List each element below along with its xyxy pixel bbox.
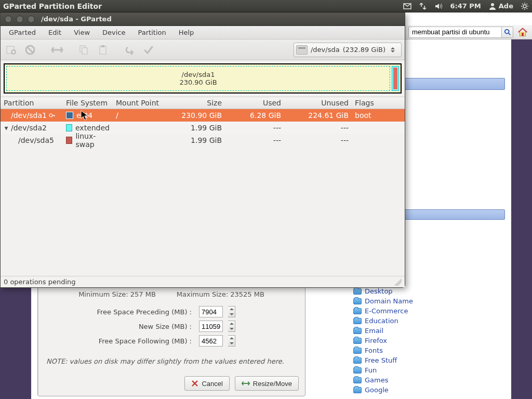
menu-help[interactable]: Help <box>174 26 200 38</box>
expand-icon[interactable]: ▾ <box>4 124 9 132</box>
resize-move-button[interactable]: Resize/Move <box>235 376 299 391</box>
status-text: 0 operations pending <box>4 278 76 286</box>
menu-gparted[interactable]: GParted <box>4 26 41 38</box>
indicator-area: 6:47 PM Ade <box>403 2 529 10</box>
device-selector[interactable]: /dev/sda (232.89 GiB) <box>294 43 402 57</box>
list-item[interactable]: Domain Name <box>353 296 503 306</box>
spinner[interactable] <box>228 306 235 317</box>
table-row[interactable]: ▾/dev/sda2 extended 1.99 GiB --- --- <box>1 122 405 134</box>
list-item[interactable]: Email <box>353 326 503 336</box>
max-size-label: Maximum Size: 23525 MB <box>177 290 264 298</box>
search-input[interactable] <box>408 26 502 38</box>
device-name: /dev/sda <box>311 46 340 54</box>
resize-icon[interactable] <box>49 42 65 58</box>
list-item[interactable]: Firefox <box>353 336 503 345</box>
menubar: GParted Edit View Device Partition Help <box>1 26 405 39</box>
list-item[interactable]: Fun <box>353 365 503 375</box>
list-item[interactable]: Games <box>353 375 503 385</box>
folder-icon <box>353 288 362 295</box>
new-partition-icon[interactable] <box>4 42 19 58</box>
network-icon[interactable] <box>419 2 427 10</box>
new-size-input[interactable] <box>199 321 223 332</box>
col-unused[interactable]: Unused <box>284 97 352 109</box>
folder-icon <box>353 367 362 374</box>
window-maximize-icon[interactable] <box>28 16 35 23</box>
dialog-note: NOTE: values on disk may differ slightly… <box>38 348 305 365</box>
chevron-spinner-icon <box>391 44 398 56</box>
folder-icon <box>353 377 362 383</box>
volume-icon[interactable] <box>434 2 443 10</box>
folder-icon <box>353 318 362 324</box>
lock-icon <box>49 112 55 118</box>
table-row[interactable]: /dev/sda1 ext4 / 230.90 GiB 6.28 GiB 224… <box>1 109 405 122</box>
disk-graphic-swap[interactable] <box>393 68 397 89</box>
free-preceding-input[interactable] <box>199 306 223 317</box>
menu-device[interactable]: Device <box>97 26 130 38</box>
folder-icon <box>353 387 362 393</box>
sidebar-list: Desktop Domain Name E-Commerce Education… <box>351 286 505 395</box>
svg-rect-4 <box>522 32 524 35</box>
hard-disk-icon <box>296 45 308 55</box>
free-following-label: Free Space Following (MB) : <box>38 337 194 345</box>
menu-edit[interactable]: Edit <box>43 26 66 38</box>
free-following-input[interactable] <box>199 335 223 347</box>
svg-rect-9 <box>82 48 87 54</box>
global-menubar: GParted Partition Editor 6:47 PM Ade <box>0 0 532 12</box>
window-titlebar[interactable]: /dev/sda - GParted <box>1 12 405 26</box>
free-preceding-label: Free Space Preceding (MB) : <box>38 308 194 316</box>
list-item[interactable]: E-Commerce <box>353 306 503 316</box>
folder-icon <box>353 348 362 354</box>
undo-icon[interactable] <box>122 42 138 58</box>
home-icon[interactable] <box>516 26 529 38</box>
window-close-icon[interactable] <box>5 16 12 23</box>
system-gear-icon[interactable] <box>521 2 529 10</box>
user-name: Ade <box>499 2 513 10</box>
partition-table: Partition File System Mount Point Size U… <box>1 97 405 276</box>
disk-graphic[interactable]: /dev/sda1 230.90 GiB <box>4 63 402 94</box>
menu-view[interactable]: View <box>69 26 95 38</box>
copy-icon[interactable] <box>76 42 92 58</box>
disk-graphic-label: /dev/sda1 <box>182 71 215 78</box>
window-title: /dev/sda - GParted <box>41 15 112 23</box>
disk-graphic-extended[interactable] <box>392 66 399 91</box>
folder-icon <box>353 298 362 304</box>
delete-icon[interactable] <box>22 42 38 58</box>
spinner[interactable] <box>228 335 235 347</box>
col-filesystem[interactable]: File System <box>63 97 113 109</box>
table-row[interactable]: /dev/sda5 linux-swap 1.99 GiB --- --- <box>1 134 405 147</box>
disk-graphic-primary[interactable]: /dev/sda1 230.90 GiB <box>6 66 390 91</box>
list-item[interactable]: Google <box>353 385 503 395</box>
list-item[interactable]: Free Stuff <box>353 355 503 365</box>
col-size[interactable]: Size <box>165 97 225 109</box>
toolbar: /dev/sda (232.89 GiB) <box>1 39 405 60</box>
resize-grip-icon[interactable] <box>394 278 402 286</box>
mail-icon[interactable] <box>403 2 411 10</box>
col-mountpoint[interactable]: Mount Point <box>113 97 165 109</box>
gparted-window: /dev/sda - GParted GParted Edit View Dev… <box>0 12 405 288</box>
fs-icon <box>66 137 72 144</box>
user-menu[interactable]: Ade <box>488 2 513 10</box>
svg-point-12 <box>49 114 52 117</box>
window-minimize-icon[interactable] <box>16 16 23 23</box>
col-partition[interactable]: Partition <box>1 97 63 109</box>
svg-rect-10 <box>100 46 106 54</box>
disk-graphic-size: 230.90 GiB <box>179 78 217 86</box>
paste-icon[interactable] <box>95 42 111 58</box>
spinner[interactable] <box>228 321 235 332</box>
cancel-button[interactable]: Cancel <box>184 376 229 391</box>
clock[interactable]: 6:47 PM <box>450 2 481 10</box>
folder-icon <box>353 308 362 314</box>
fs-icon <box>66 112 73 119</box>
list-item[interactable]: Fonts <box>353 345 503 355</box>
apply-icon[interactable] <box>141 42 156 58</box>
col-used[interactable]: Used <box>225 97 284 109</box>
search-button[interactable] <box>502 26 513 38</box>
svg-rect-11 <box>101 45 104 47</box>
new-size-label: New Size (MB) : <box>38 323 194 330</box>
menu-partition[interactable]: Partition <box>133 26 171 38</box>
table-header[interactable]: Partition File System Mount Point Size U… <box>1 97 405 109</box>
list-item[interactable]: Education <box>353 316 503 326</box>
col-flags[interactable]: Flags <box>352 97 405 109</box>
min-size-label: Minimum Size: 257 MB <box>78 290 156 298</box>
device-size: (232.89 GiB) <box>343 46 385 54</box>
